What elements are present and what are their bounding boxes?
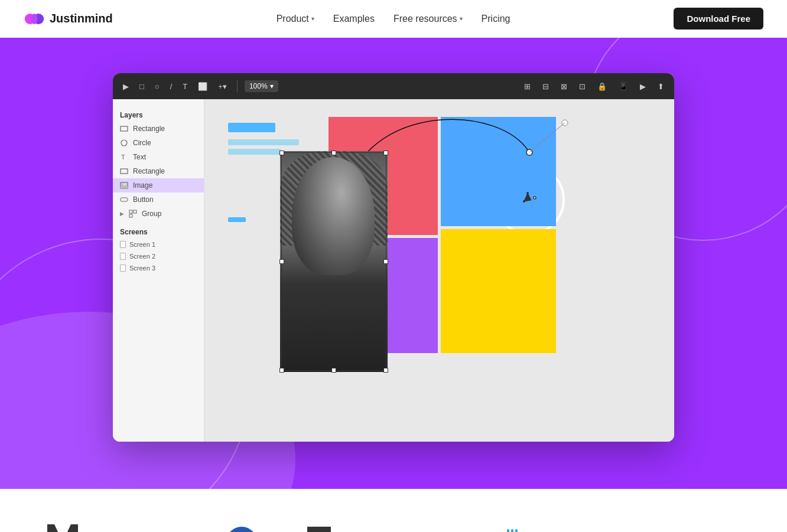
kroger-circle: Kroger	[226, 527, 257, 532]
download-free-button[interactable]: Download Free	[674, 8, 763, 30]
nav-free-resources[interactable]: Free resources ▾	[394, 14, 463, 24]
layer-rectangle-2[interactable]: Rectangle	[113, 164, 204, 178]
canvas-blue-bar-3	[228, 149, 281, 155]
canvas-blue-rect[interactable]	[441, 117, 556, 226]
adobe-logo-svg	[47, 524, 78, 532]
rect-tool-icon[interactable]: □	[136, 80, 147, 93]
screen-file-icon-3	[120, 265, 126, 272]
cisco-bar	[511, 529, 513, 533]
handle-bottom-right[interactable]	[383, 368, 388, 373]
cisco-bar	[507, 529, 509, 533]
logo-adobe: Adobe	[47, 524, 78, 532]
navbar: Justinmind Product ▾ Examples Free resou…	[0, 0, 787, 38]
button-layer-icon	[120, 195, 128, 204]
layer-text[interactable]: T Text	[113, 150, 204, 164]
group-icon[interactable]: ⊠	[558, 80, 570, 93]
screen-file-icon	[120, 241, 126, 248]
canvas-area[interactable]	[204, 99, 674, 442]
chevron-down-icon-2: ▾	[460, 15, 463, 22]
text-layer-icon: T	[120, 153, 128, 161]
nav-pricing[interactable]: Pricing	[482, 14, 510, 24]
svg-point-17	[526, 149, 532, 155]
svg-rect-31	[307, 527, 331, 532]
image-layer-icon	[120, 181, 128, 190]
svg-text:T: T	[121, 154, 125, 161]
layer-group[interactable]: ▶ Group	[113, 207, 204, 221]
svg-point-8	[122, 184, 123, 185]
cisco-container: CISCO.	[490, 529, 534, 533]
play-icon[interactable]: ▶	[637, 80, 649, 93]
logo-irs: IRS IRS	[304, 527, 334, 532]
nav-links: Product ▾ Examples Free resources ▾ Pric…	[277, 14, 510, 24]
nav-examples[interactable]: Examples	[333, 14, 375, 24]
layer-circle[interactable]: Circle	[113, 136, 204, 150]
distribute-icon[interactable]: ⊟	[539, 80, 552, 93]
handle-top-left[interactable]	[279, 151, 284, 155]
canvas-yellow-rect[interactable]	[441, 229, 556, 353]
logo[interactable]: Justinmind	[24, 8, 113, 30]
circle-tool-icon[interactable]: ○	[152, 80, 162, 93]
svg-rect-12	[129, 214, 132, 217]
expand-icon: ▶	[120, 211, 124, 217]
logo-text: Justinmind	[50, 12, 113, 25]
pen-cursor-icon	[519, 187, 538, 208]
zoom-chevron-icon: ▾	[270, 82, 274, 90]
nav-product[interactable]: Product ▾	[277, 14, 314, 24]
app-toolbar: ▶ □ ○ / T ⬜ +▾ 100% ▾ ⊞ ⊟ ⊠ ⊡ 🔒 📱 ▶ ⬆	[113, 73, 674, 99]
handle-mid-right[interactable]	[383, 259, 388, 264]
canvas-blue-bar-2	[228, 139, 299, 145]
svg-point-14	[523, 200, 525, 203]
handle-top-mid[interactable]	[331, 151, 336, 155]
phone-icon[interactable]: 📱	[616, 80, 631, 93]
canvas-blue-bar-1	[228, 123, 275, 132]
canvas-blue-dot	[228, 217, 246, 222]
svg-rect-10	[129, 210, 132, 213]
app-body: Layers Rectangle Circle T Text Rectangle	[113, 99, 674, 442]
screen-2-item[interactable]: Screen 2	[113, 250, 204, 262]
screen-file-icon-2	[120, 253, 126, 260]
cisco-bars	[490, 529, 534, 533]
svg-line-21	[529, 123, 565, 152]
logo-kroger: Kroger	[226, 527, 257, 532]
screen-1-item[interactable]: Screen 1	[113, 239, 204, 250]
svg-rect-9	[121, 198, 128, 201]
svg-point-2	[31, 14, 38, 24]
logo-cisco: CISCO.	[490, 529, 534, 533]
svg-point-19	[562, 120, 568, 126]
rect-icon-2	[120, 167, 128, 175]
share-icon[interactable]: ⬆	[655, 80, 667, 93]
screen-3-item[interactable]: Screen 3	[113, 262, 204, 274]
toolbar-separator	[237, 80, 238, 92]
svg-point-4	[121, 140, 127, 146]
toolbar-right: ⊞ ⊟ ⊠ ⊡ 🔒 📱 ▶ ⬆	[521, 80, 667, 93]
handle-top-right[interactable]	[383, 151, 388, 155]
layers-title: Layers	[113, 106, 204, 122]
irs-logo-svg: IRS IRS	[304, 527, 334, 532]
handle-bottom-mid[interactable]	[331, 368, 336, 373]
align-icon[interactable]: ⊞	[521, 80, 534, 93]
chevron-down-icon: ▾	[311, 15, 314, 22]
image-tool-icon[interactable]: ⬜	[195, 80, 210, 93]
app-mockup: ▶ □ ○ / T ⬜ +▾ 100% ▾ ⊞ ⊟ ⊠ ⊡ 🔒 📱 ▶ ⬆	[113, 73, 674, 442]
screens-title: Screens	[113, 221, 204, 239]
rect-icon	[120, 125, 128, 133]
group-layer-icon	[129, 210, 137, 218]
text-tool-icon[interactable]: T	[180, 80, 190, 93]
spacing-icon[interactable]: ⊡	[576, 80, 588, 93]
hero-section: ▶ □ ○ / T ⬜ +▾ 100% ▾ ⊞ ⊟ ⊠ ⊡ 🔒 📱 ▶ ⬆	[0, 38, 787, 489]
handle-mid-left[interactable]	[279, 259, 284, 264]
cisco-bar	[515, 529, 518, 533]
lock-icon[interactable]: 🔒	[594, 80, 610, 93]
layer-button[interactable]: Button	[113, 192, 204, 207]
logos-section: Adobe G o o g l e Kroger IRS IRS verizon…	[0, 489, 787, 532]
handle-bottom-left[interactable]	[279, 368, 284, 373]
select-tool-icon[interactable]: ▶	[120, 80, 132, 93]
line-tool-icon[interactable]: /	[167, 80, 175, 93]
svg-rect-6	[121, 169, 128, 174]
zoom-control[interactable]: 100% ▾	[245, 80, 278, 92]
layer-rectangle-1[interactable]: Rectangle	[113, 122, 204, 136]
canvas-selection-box[interactable]	[281, 152, 386, 371]
add-tool-icon[interactable]: +▾	[215, 80, 230, 93]
layers-sidebar: Layers Rectangle Circle T Text Rectangle	[113, 99, 204, 442]
layer-image[interactable]: Image	[113, 178, 204, 192]
